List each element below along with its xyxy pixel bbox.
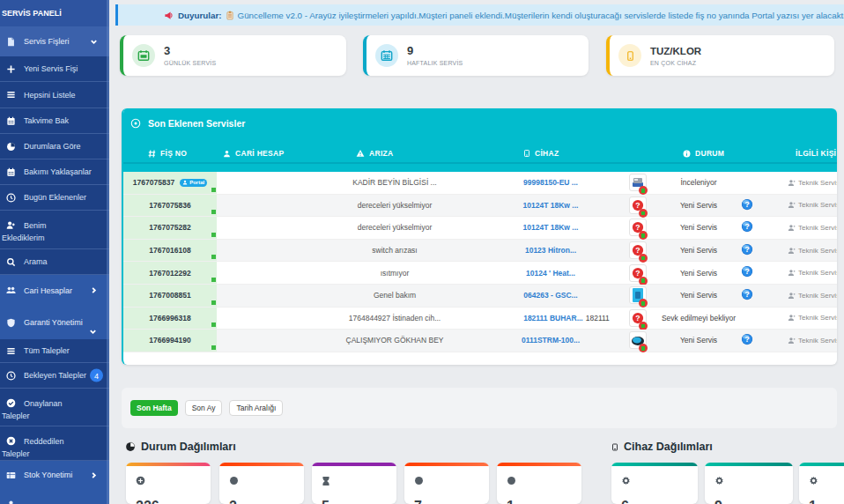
svg-text:?: ?: [635, 201, 640, 210]
svg-text:?: ?: [635, 269, 640, 278]
svg-text:?: ?: [635, 314, 640, 322]
svg-text:?: ?: [744, 245, 750, 254]
svg-text:?: ?: [744, 335, 750, 344]
svg-text:?: ?: [744, 223, 750, 232]
svg-text:?: ?: [744, 290, 750, 299]
svg-text:?: ?: [635, 224, 640, 233]
svg-text:?: ?: [744, 200, 750, 209]
svg-text:?: ?: [635, 246, 640, 255]
svg-text:?: ?: [744, 268, 750, 277]
